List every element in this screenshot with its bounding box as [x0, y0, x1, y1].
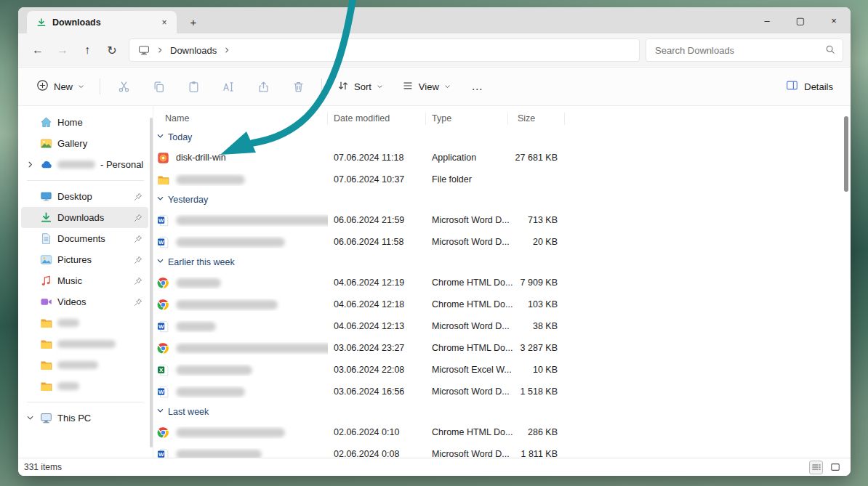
- file-row[interactable]: 02.06.2024 0:10 Chrome HTML Do... 286 KB: [153, 421, 851, 443]
- breadcrumb[interactable]: Downloads: [129, 39, 640, 62]
- sidebar-item-desktop[interactable]: Desktop: [21, 186, 148, 207]
- toolbar-separator: [321, 78, 322, 94]
- column-header-date-modified[interactable]: Date modified: [328, 113, 426, 125]
- column-header-name[interactable]: Name: [153, 113, 328, 125]
- file-row[interactable]: 07.06.2024 10:37 File folder: [153, 169, 851, 190]
- redacted-file-name: [176, 238, 285, 247]
- desktop-icon: [40, 190, 52, 203]
- sidebar-item-music[interactable]: Music: [21, 270, 148, 291]
- documents-icon: [40, 232, 52, 245]
- sidebar-divider: [27, 402, 144, 402]
- file-row[interactable]: X 03.06.2024 22:08 Microsoft Excel W... …: [153, 359, 851, 381]
- sidebar-item-folder-3[interactable]: [21, 355, 148, 376]
- redacted-file-name: [176, 344, 328, 353]
- group-header-last-week[interactable]: Last week: [153, 402, 851, 421]
- redacted-file-name: [176, 365, 252, 375]
- rename-button[interactable]: [214, 74, 243, 99]
- onedrive-icon: [40, 158, 52, 171]
- sort-button[interactable]: Sort: [331, 74, 390, 99]
- group-header-earlier-this-week[interactable]: Earlier this week: [153, 253, 851, 272]
- file-size: 103 KB: [508, 299, 565, 309]
- sidebar-item-gallery[interactable]: Gallery: [21, 133, 148, 154]
- paste-button[interactable]: [179, 74, 208, 99]
- file-type: Chrome HTML Do...: [426, 427, 508, 437]
- file-row[interactable]: 03.06.2024 23:27 Chrome HTML Do... 3 287…: [153, 337, 851, 359]
- file-row[interactable]: W 02.06.2024 0:08 Microsoft Word D... 1 …: [153, 443, 851, 458]
- chevron-down-icon: [156, 195, 164, 205]
- file-date-modified: 07.06.2024 10:37: [328, 174, 426, 185]
- chevron-down-icon: [444, 81, 451, 92]
- pictures-icon: [40, 254, 52, 266]
- redacted-file-name: [176, 175, 245, 185]
- sidebar-item-videos[interactable]: Videos: [21, 291, 148, 312]
- folder-icon: [40, 380, 52, 392]
- tab-title: Downloads: [52, 17, 101, 28]
- forward-button[interactable]: →: [50, 39, 75, 62]
- refresh-button[interactable]: ↻: [100, 39, 124, 62]
- details-pane-button[interactable]: Details: [780, 74, 839, 99]
- folder-icon: [40, 338, 52, 350]
- sidebar-item-folder-2[interactable]: [21, 333, 148, 355]
- sidebar-item-this-pc[interactable]: This PC: [21, 408, 148, 429]
- search-placeholder: Search Downloads: [655, 45, 734, 56]
- sidebar-label: Videos: [57, 296, 87, 307]
- thumbnail-view-toggle[interactable]: [828, 461, 842, 474]
- file-size: 713 KB: [508, 215, 565, 225]
- sidebar-label: Downloads: [57, 212, 104, 223]
- sidebar-item-folder-4[interactable]: [21, 376, 148, 397]
- group-label: Last week: [168, 407, 209, 417]
- column-header-size[interactable]: Size: [508, 113, 565, 125]
- group-header-yesterday[interactable]: Yesterday: [153, 190, 851, 209]
- file-date-modified: 06.06.2024 21:59: [328, 215, 426, 225]
- sidebar-item-downloads[interactable]: Downloads: [21, 207, 148, 228]
- file-row[interactable]: W 04.06.2024 12:13 Microsoft Word D... 3…: [153, 315, 851, 337]
- group-header-today[interactable]: Today: [153, 128, 851, 147]
- explorer-tab-downloads[interactable]: Downloads ×: [27, 11, 177, 33]
- svg-text:W: W: [158, 323, 164, 329]
- close-button[interactable]: ×: [817, 7, 851, 33]
- sidebar-item-folder-1[interactable]: [21, 312, 148, 333]
- maximize-button[interactable]: ▢: [784, 7, 817, 33]
- sidebar-item-home[interactable]: Home: [21, 112, 148, 133]
- file-row[interactable]: 04.06.2024 12:19 Chrome HTML Do... 7 909…: [153, 272, 851, 293]
- details-view-toggle[interactable]: [809, 461, 823, 474]
- back-button[interactable]: ←: [25, 39, 50, 62]
- file-date-modified: 04.06.2024 12:13: [328, 321, 426, 331]
- redacted-label: [57, 161, 95, 169]
- breadcrumb-item-downloads[interactable]: Downloads: [170, 45, 217, 56]
- sidebar-item-documents[interactable]: Documents: [21, 228, 148, 249]
- copy-button[interactable]: [144, 74, 173, 99]
- pin-icon: [134, 277, 142, 285]
- tab-bar: Downloads × + – ▢ ×: [18, 7, 851, 33]
- file-size: 1 518 KB: [508, 386, 565, 397]
- chevron-right-icon: [25, 161, 35, 169]
- vertical-scrollbar[interactable]: [844, 116, 848, 192]
- cut-button[interactable]: [109, 74, 138, 99]
- minimize-button[interactable]: –: [750, 7, 784, 33]
- share-button[interactable]: [249, 74, 278, 99]
- chevron-down-icon: [78, 81, 84, 92]
- tab-close-icon[interactable]: ×: [158, 16, 171, 29]
- delete-button[interactable]: [284, 74, 313, 99]
- up-button[interactable]: ↑: [75, 39, 100, 62]
- file-row[interactable]: W 06.06.2024 21:59 Microsoft Word D... 7…: [153, 209, 851, 231]
- pin-icon: [134, 298, 142, 307]
- search-input[interactable]: Search Downloads: [646, 39, 843, 62]
- more-options-button[interactable]: …: [463, 74, 492, 99]
- folder-icon: [157, 174, 169, 186]
- view-button[interactable]: View: [395, 74, 457, 99]
- file-size: 1 811 KB: [508, 449, 565, 458]
- sort-button-label: Sort: [354, 81, 371, 92]
- new-tab-button[interactable]: +: [185, 16, 201, 28]
- column-header-type[interactable]: Type: [426, 113, 508, 125]
- file-row[interactable]: W 03.06.2024 16:56 Microsoft Word D... 1…: [153, 381, 851, 402]
- file-row-disk-drill-win[interactable]: disk-drill-win 07.06.2024 11:18 Applicat…: [153, 147, 851, 169]
- sidebar-item-onedrive-personal[interactable]: - Personal: [21, 154, 148, 175]
- file-row[interactable]: W 06.06.2024 11:58 Microsoft Word D... 2…: [153, 231, 851, 253]
- file-row[interactable]: 04.06.2024 12:18 Chrome HTML Do... 103 K…: [153, 293, 851, 315]
- sidebar-item-pictures[interactable]: Pictures: [21, 249, 148, 270]
- file-date-modified: 03.06.2024 22:08: [328, 365, 426, 375]
- group-label: Earlier this week: [168, 257, 235, 267]
- new-button[interactable]: New: [30, 74, 91, 99]
- redacted-label: [57, 319, 79, 327]
